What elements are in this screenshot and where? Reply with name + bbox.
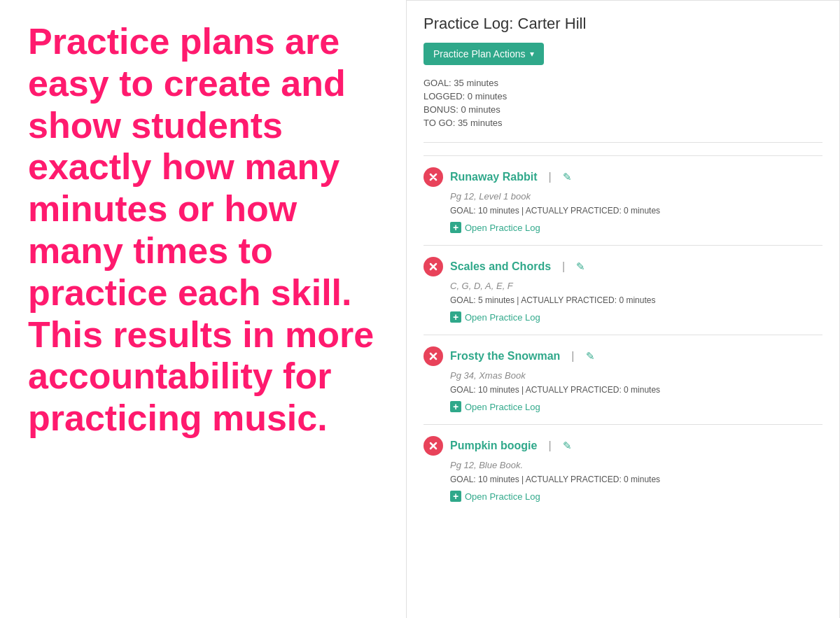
bonus-stat: BONUS: 0 minutes — [424, 104, 822, 115]
x-icon — [428, 440, 439, 451]
open-practice-log-label: Open Practice Log — [465, 312, 540, 323]
x-icon — [428, 171, 439, 183]
skill-goal-stats: GOAL: 5 minutes | ACTUALLY PRACTICED: 0 … — [450, 295, 822, 305]
skill-name: Runaway Rabbit — [450, 171, 537, 183]
separator: | — [562, 260, 565, 273]
open-practice-log-button[interactable]: + Open Practice Log — [450, 491, 540, 502]
open-practice-log-label: Open Practice Log — [465, 223, 540, 233]
plus-icon: + — [450, 491, 461, 502]
skill-name: Scales and Chords — [450, 260, 551, 273]
practice-plan-actions-button[interactable]: Practice Plan Actions ▾ — [424, 43, 544, 65]
skill-goal-stats: GOAL: 10 minutes | ACTUALLY PRACTICED: 0… — [450, 385, 822, 395]
tagline: Practice plans are easy to create and sh… — [28, 21, 378, 440]
skill-subtitle: Pg 12, Level 1 book — [450, 191, 822, 202]
skill-goal-stats: GOAL: 10 minutes | ACTUALLY PRACTICED: 0… — [450, 206, 822, 216]
to-go-stat: TO GO: 35 minutes — [424, 118, 822, 128]
remove-skill-button[interactable] — [424, 346, 443, 366]
skill-subtitle: Pg 12, Blue Book. — [450, 460, 822, 470]
skill-header: Frosty the Snowman | ✎ — [424, 346, 822, 366]
skill-card: Runaway Rabbit | ✎ Pg 12, Level 1 book G… — [424, 155, 822, 245]
open-practice-log-button[interactable]: + Open Practice Log — [450, 311, 540, 323]
page-title: Practice Log: Carter Hill — [424, 15, 822, 33]
remove-skill-button[interactable] — [424, 167, 443, 187]
stats-section: GOAL: 35 minutes LOGGED: 0 minutes BONUS… — [424, 78, 822, 143]
skill-header: Runaway Rabbit | ✎ — [424, 167, 822, 187]
separator: | — [548, 171, 551, 183]
skills-list: Runaway Rabbit | ✎ Pg 12, Level 1 book G… — [424, 155, 822, 514]
right-panel: Practice Log: Carter Hill Practice Plan … — [406, 0, 840, 618]
edit-icon[interactable]: ✎ — [563, 171, 572, 183]
separator: | — [548, 440, 551, 452]
open-practice-log-button[interactable]: + Open Practice Log — [450, 222, 540, 233]
practice-plan-actions-label: Practice Plan Actions — [433, 48, 526, 59]
skill-header: Pumpkin boogie | ✎ — [424, 436, 822, 456]
x-icon — [428, 351, 439, 362]
plus-icon: + — [450, 222, 461, 233]
remove-skill-button[interactable] — [424, 436, 443, 456]
skill-header: Scales and Chords | ✎ — [424, 257, 822, 276]
skill-card: Frosty the Snowman | ✎ Pg 34, Xmas Book … — [424, 335, 822, 424]
x-icon — [428, 261, 439, 272]
plus-icon: + — [450, 401, 461, 412]
skill-name: Pumpkin boogie — [450, 440, 537, 452]
skill-subtitle: C, G, D, A, E, F — [450, 281, 822, 291]
edit-icon[interactable]: ✎ — [586, 350, 595, 363]
open-practice-log-label: Open Practice Log — [465, 402, 540, 412]
edit-icon[interactable]: ✎ — [563, 440, 572, 452]
open-practice-log-label: Open Practice Log — [465, 491, 540, 502]
goal-stat: GOAL: 35 minutes — [424, 78, 822, 88]
skill-name: Frosty the Snowman — [450, 350, 560, 363]
left-panel: Practice plans are easy to create and sh… — [0, 0, 406, 618]
open-practice-log-button[interactable]: + Open Practice Log — [450, 401, 540, 412]
remove-skill-button[interactable] — [424, 257, 443, 276]
separator: | — [571, 350, 574, 363]
skill-card: Scales and Chords | ✎ C, G, D, A, E, F G… — [424, 245, 822, 335]
skill-goal-stats: GOAL: 10 minutes | ACTUALLY PRACTICED: 0… — [450, 475, 822, 484]
skill-card: Pumpkin boogie | ✎ Pg 12, Blue Book. GOA… — [424, 424, 822, 514]
skill-subtitle: Pg 34, Xmas Book — [450, 370, 822, 381]
edit-icon[interactable]: ✎ — [576, 260, 585, 273]
plus-icon: + — [450, 311, 461, 323]
chevron-down-icon: ▾ — [530, 49, 534, 59]
logged-stat: LOGGED: 0 minutes — [424, 91, 822, 101]
